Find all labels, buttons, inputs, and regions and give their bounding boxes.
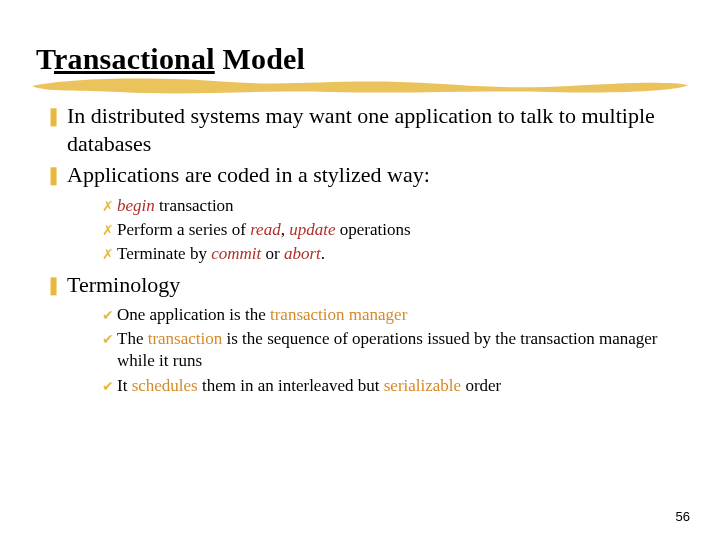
sched-pre: It — [117, 376, 132, 395]
bullet-text: In distributed systems may want one appl… — [67, 102, 684, 157]
y-bullet-icon: ✔ — [102, 329, 114, 373]
x-bullet-icon: ✗ — [102, 244, 114, 266]
title-wrap: Transactional Model — [36, 42, 684, 76]
sub-text: Terminate by commit or abort. — [117, 243, 684, 265]
sub-text: One application is the transaction manag… — [117, 304, 684, 326]
bullet-text: Applications are coded in a stylized way… — [67, 161, 684, 189]
page-number: 56 — [676, 509, 690, 524]
y-bullet-icon: ✔ — [102, 376, 114, 398]
sub-perform: ✗ Perform a series of read, update opera… — [102, 219, 684, 241]
terminate-pre: Terminate by — [117, 244, 211, 263]
update-keyword: update — [289, 220, 335, 239]
sub-schedules: ✔ It schedules them in an interleaved bu… — [102, 375, 684, 397]
title-underline-brush — [30, 72, 690, 100]
sched-term1: schedules — [132, 376, 198, 395]
x-bullet-icon: ✗ — [102, 196, 114, 218]
sub-text: Perform a series of read, update operati… — [117, 219, 684, 241]
slide: Transactional Model ❚ In distributed sys… — [0, 0, 720, 423]
x-bullet-icon: ✗ — [102, 220, 114, 242]
bullet-distributed: ❚ In distributed systems may want one ap… — [46, 102, 684, 157]
terminate-or: or — [261, 244, 284, 263]
slide-title: Transactional Model — [36, 42, 684, 76]
terminate-post: . — [321, 244, 325, 263]
tm-pre: One application is the — [117, 305, 270, 324]
begin-rest: transaction — [155, 196, 234, 215]
square-bullet-icon: ❚ — [46, 104, 61, 159]
sub-text: The transaction is the sequence of opera… — [117, 328, 684, 372]
sub-tm: ✔ One application is the transaction man… — [102, 304, 684, 326]
abort-keyword: abort — [284, 244, 321, 263]
sub-terminate: ✗ Terminate by commit or abort. — [102, 243, 684, 265]
tx-term: transaction — [148, 329, 223, 348]
sched-term2: serializable — [384, 376, 461, 395]
commit-keyword: commit — [211, 244, 261, 263]
bullet-text: Terminology — [67, 271, 684, 299]
sched-post: order — [461, 376, 501, 395]
square-bullet-icon: ❚ — [46, 163, 61, 191]
sub-text: It schedules them in an interleaved but … — [117, 375, 684, 397]
title-underlined: ransactional — [54, 42, 215, 75]
read-keyword: read — [250, 220, 281, 239]
tm-term: transaction manager — [270, 305, 407, 324]
title-pre: T — [36, 42, 54, 75]
sub-block-terminology: ✔ One application is the transaction man… — [102, 304, 684, 396]
bullet-stylized: ❚ Applications are coded in a stylized w… — [46, 161, 684, 189]
perform-pre: Perform a series of — [117, 220, 250, 239]
sub-text: begin transaction — [117, 195, 684, 217]
perform-post: operations — [335, 220, 410, 239]
sub-begin: ✗ begin transaction — [102, 195, 684, 217]
perform-sep: , — [281, 220, 290, 239]
tx-pre: The — [117, 329, 148, 348]
square-bullet-icon: ❚ — [46, 273, 61, 301]
begin-keyword: begin — [117, 196, 155, 215]
sub-transaction: ✔ The transaction is the sequence of ope… — [102, 328, 684, 372]
sub-block-coding: ✗ begin transaction ✗ Perform a series o… — [102, 195, 684, 265]
y-bullet-icon: ✔ — [102, 305, 114, 327]
title-post: Model — [215, 42, 305, 75]
sched-mid: them in an interleaved but — [198, 376, 384, 395]
bullet-terminology: ❚ Terminology — [46, 271, 684, 299]
